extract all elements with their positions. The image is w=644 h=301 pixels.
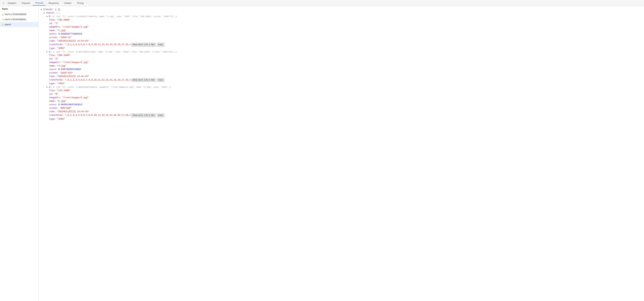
close-icon[interactable]: ×: [2, 1, 5, 5]
item1-file-val: "200.32KB": [57, 54, 70, 57]
item1-transforms-line: transforms : ",0,1,2,3,4,5,6,7,8,9,10,11…: [41, 78, 642, 82]
item1-file-line: file : "200.32KB": [41, 54, 642, 57]
tab-payload[interactable]: Payload: [19, 1, 32, 5]
item1-time-val: "2023年12月12日 14:44:43": [57, 75, 89, 78]
item0-score-line: score : 0.9458267771894323: [41, 32, 642, 36]
item2-score-val: 0.9039219837482813: [58, 103, 82, 106]
item2-time-line: time : "2023年12月12日 14:44:43": [41, 110, 642, 113]
item0-id-key: id: [49, 22, 52, 25]
item0-score-key: score: [49, 32, 56, 36]
network-icon-3: {}: [2, 23, 4, 26]
item0-srccen-line: srccen : "1000*74": [41, 36, 642, 39]
item2-name-line: name : "2.jpg": [41, 99, 642, 103]
item1-id-line: id : "3": [41, 57, 642, 61]
item1-id-val: "3": [54, 57, 58, 61]
item1-score-val: 0.928739283710383: [58, 68, 81, 71]
item1-file-key: file: [49, 54, 54, 57]
item1-imageurl-line: imageUrl : "/root/images/4.jpg": [41, 61, 642, 64]
network-icon-2: {}: [2, 18, 4, 21]
item0-id-line: id : "1": [41, 22, 642, 25]
result-arrow[interactable]: ▼: [44, 12, 46, 14]
item2-index: 2: [49, 85, 50, 89]
item1-show-more-button[interactable]: Show more (25.2 kB): [131, 78, 156, 82]
result-label: […]: [56, 11, 60, 15]
sidebar-item-label-2: info?t=1702364598261: [5, 18, 26, 21]
item1-imageurl-key: imageUrl: [49, 61, 60, 64]
item2-type-val: "JPEG": [57, 117, 65, 121]
item1-imageurl-val: "/root/images/4.jpg": [62, 61, 89, 64]
item2-copy-button[interactable]: Copy: [157, 113, 164, 117]
item0-summary: 0: {id: "1", score: 0.9458267771894323, …: [53, 15, 177, 18]
item0-transforms-val: ",0,1,2,3,4,5,6,7,8,9,10,11,12,13,14,15,…: [65, 43, 131, 46]
root-arrow[interactable]: ▼: [41, 8, 43, 11]
item0-time-line: time : "2023年12月12日 14:44:43": [41, 39, 642, 43]
item0-arrow[interactable]: ▼: [46, 15, 49, 18]
item0-imageurl-key: imageUrl: [49, 25, 60, 29]
tab-bar: × Headers Payload Preview Response Initi…: [0, 0, 644, 6]
item1-srccen-val: "1028*423": [60, 71, 73, 75]
tab-initiator[interactable]: Initiator: [62, 1, 74, 5]
item2-summary: 2: {id: "0", score: 0.9039219837482813, …: [53, 86, 171, 89]
item1-index: 1: [49, 50, 50, 54]
item1-time-key: time: [49, 75, 54, 78]
item0-index: 0: [49, 15, 50, 18]
item2-transforms-val: ",0,1,2,3,4,5,6,7,8,9,10,11,12,13,14,15,…: [65, 113, 131, 117]
item1-type-line: type : "JPEG": [41, 82, 642, 85]
tab-timing[interactable]: Timing: [74, 1, 86, 5]
item2-transforms-line: transforms : ",0,1,2,3,4,5,6,7,8,9,10,11…: [41, 113, 642, 117]
item2-imageurl-line: imageUrl : "/root/images/2.jpg": [41, 96, 642, 99]
item0-imageurl-line: imageUrl : "/root/images/1.jpg": [41, 25, 642, 29]
tab-preview[interactable]: Preview: [33, 0, 46, 5]
sidebar-item-info2[interactable]: {} info?t=1702364598261: [0, 17, 38, 22]
item0-transforms-key: transforms: [49, 43, 62, 46]
item2-type-line: type : "JPEG": [41, 117, 642, 121]
item1-transforms-val: ",0,1,2,3,4,5,6,7,8,9,10,11,12,13,14,15,…: [65, 78, 131, 82]
item0-name-val: "1.jpg": [57, 29, 66, 32]
item2-show-more-button[interactable]: Show more (25.6 kB): [131, 113, 156, 117]
item1-name-line: name : "4.jpg": [41, 64, 642, 68]
item1-name-key: name: [49, 64, 54, 68]
item1-score-line: score : 0.928739283710383: [41, 68, 642, 71]
item2-score-key: score: [49, 103, 56, 106]
tab-headers[interactable]: Headers: [5, 1, 19, 5]
item0-id-val: "1": [54, 22, 58, 25]
item0-file-line: file : "105.50KB": [41, 18, 642, 22]
item1-transforms-key: transforms: [49, 78, 62, 82]
item1-id-key: id: [49, 57, 52, 61]
tab-response[interactable]: Response: [46, 1, 61, 5]
item2-id-val: "0": [54, 92, 58, 96]
item0-time-key: time: [49, 39, 54, 43]
item2-arrow[interactable]: ▼: [46, 86, 49, 89]
item1-type-val: "JPEG": [57, 82, 65, 85]
root-label: {result: […]}: [43, 8, 60, 11]
item1-arrow[interactable]: ▼: [46, 51, 49, 53]
item0-name-key: name: [49, 29, 54, 32]
item1-copy-button[interactable]: Copy: [157, 78, 164, 82]
item1-time-line: time : "2023年12月12日 14:44:43": [41, 75, 642, 78]
json-preview: ▼ {result: […]} ▼ result : […] ▼ 0 : 0: …: [39, 6, 644, 301]
item0-srccen-key: srccen: [49, 36, 57, 39]
sidebar-item-label-1: info?t=1702364598260: [5, 13, 26, 15]
sidebar-item-info1[interactable]: {} info?t=1702364598260: [0, 12, 38, 17]
item0-file-key: file: [49, 18, 54, 22]
item0-type-val: "JPEG": [57, 47, 65, 50]
item2-type-key: type: [49, 117, 54, 121]
item1-score-key: score: [49, 68, 56, 71]
item1-srccen-line: srccen : "1028*423": [41, 71, 642, 75]
item2-id-line: id : "0": [41, 92, 642, 96]
item0-copy-button[interactable]: Copy: [157, 43, 164, 47]
item2-time-key: time: [49, 110, 54, 113]
item0-file-val: "105.50KB": [57, 18, 70, 22]
item1-summary-line: ▼ 1 : 1: {id: "3", score: 0.928739283710…: [41, 50, 642, 54]
root-line: ▼ {result: […]}: [41, 8, 642, 11]
item0-show-more-button[interactable]: Show more (24.1 kB): [131, 43, 156, 47]
item2-score-line: score : 0.9039219837482813: [41, 103, 642, 106]
item2-name-val: "2.jpg": [57, 99, 66, 103]
item2-time-val: "2023年12月12日 14:44:43": [57, 110, 89, 113]
item0-transforms-line: transforms : ",0,1,2,3,4,5,6,7,8,9,10,11…: [41, 43, 642, 47]
item2-id-key: id: [49, 92, 52, 96]
result-line: ▼ result : […]: [41, 11, 642, 15]
item1-srccen-key: srccen: [49, 71, 57, 75]
sidebar-item-search[interactable]: {} search: [0, 22, 38, 27]
sidebar-item-label-3: search: [5, 23, 11, 26]
